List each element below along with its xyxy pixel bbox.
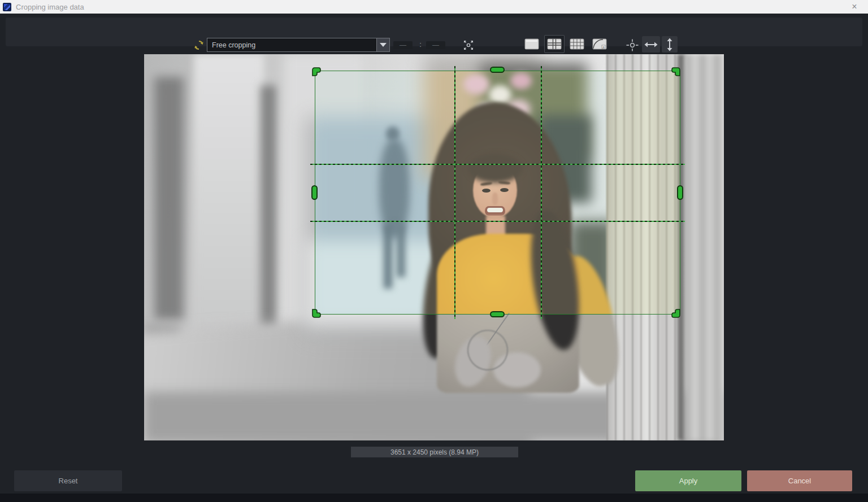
photo-building-shape (261, 85, 276, 328)
thirds-grid-icon (570, 38, 584, 50)
rotate-button[interactable] (192, 38, 206, 52)
corner-handle-icon (311, 308, 322, 319)
apply-button[interactable]: Apply (635, 470, 741, 491)
crop-handle-bottom[interactable] (490, 311, 505, 317)
arrow-horizontal-icon (644, 41, 658, 48)
cancel-button[interactable]: Cancel (747, 470, 852, 491)
crop-handle-right[interactable] (677, 185, 683, 200)
photo-building-shape (194, 54, 264, 337)
crop-toolbar: Free cropping — : — (6, 18, 862, 46)
grid-line-vertical (541, 66, 542, 319)
crop-region[interactable] (315, 71, 680, 315)
no-grid-icon (524, 38, 539, 50)
crop-handle-top[interactable] (490, 67, 505, 73)
grid-thirds-button[interactable] (567, 35, 587, 53)
dropdown-arrow-button[interactable] (376, 38, 389, 51)
grid-spiral-button[interactable]: p (589, 35, 610, 53)
ratio-height-input[interactable]: — (426, 41, 445, 49)
close-button[interactable]: × (847, 0, 862, 14)
arrow-vertical-icon (666, 38, 673, 51)
rotate-icon (193, 40, 205, 51)
golden-grid-icon (547, 38, 562, 50)
grid-line-horizontal (310, 164, 685, 165)
status-bar: 3651 x 2450 pixels (8.94 MP) (351, 447, 518, 457)
corner-handle-icon (311, 66, 322, 77)
crop-handle-top-right[interactable] (670, 66, 682, 77)
cropping-dialog: Cropping image data × Free cropping — : … (0, 0, 868, 502)
crop-handle-top-left[interactable] (311, 66, 322, 77)
crop-mode-select[interactable]: Free cropping (207, 38, 390, 52)
crop-handle-bottom-right[interactable] (670, 308, 682, 319)
center-crosshair-button[interactable] (624, 37, 640, 53)
flip-horizontal-button[interactable] (642, 36, 660, 53)
bottom-strip (0, 494, 868, 502)
crop-handle-left[interactable] (311, 185, 318, 200)
grid-line-horizontal (310, 221, 685, 222)
photo-right-wall (684, 54, 724, 440)
flip-vertical-button[interactable] (662, 36, 678, 53)
corner-handle-icon (670, 308, 682, 319)
ratio-separator: : (416, 40, 425, 49)
photo-building-shape (154, 77, 184, 320)
spiral-badge-letter: p (603, 45, 605, 49)
maximize-selection-button[interactable] (461, 37, 476, 53)
ratio-width-input[interactable]: — (393, 41, 413, 49)
golden-spiral-icon: p (592, 38, 607, 50)
crop-mode-value: Free cropping (207, 41, 376, 49)
crop-handle-bottom-left[interactable] (311, 308, 322, 319)
crosshair-icon (625, 38, 640, 53)
app-icon (3, 3, 11, 11)
title-bar: Cropping image data × (0, 0, 868, 14)
corner-handle-icon (670, 66, 682, 77)
grid-golden-button[interactable] (544, 35, 565, 53)
window-title: Cropping image data (16, 3, 84, 11)
grid-none-button[interactable] (522, 35, 542, 53)
grid-line-vertical (454, 66, 455, 319)
reset-button[interactable]: Reset (14, 470, 122, 491)
expand-arrows-icon (462, 38, 475, 52)
chevron-down-icon (380, 43, 387, 47)
